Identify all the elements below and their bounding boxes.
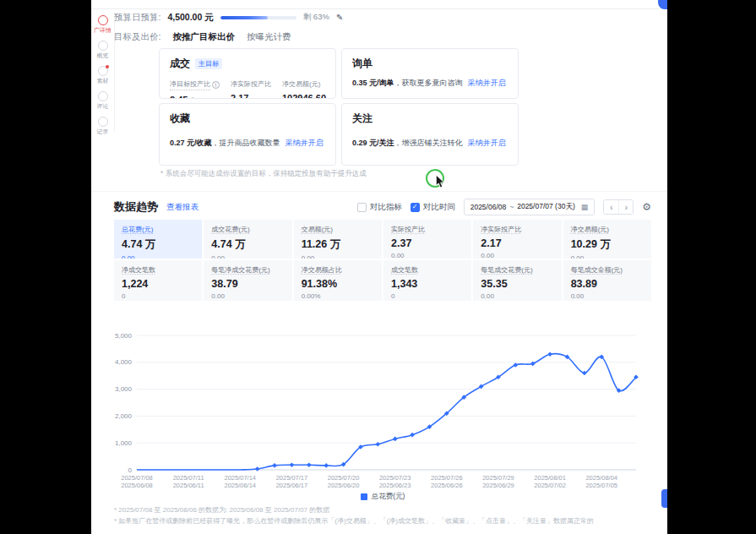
anchor-nav-item[interactable]: 记录 [96,117,109,136]
metric-title: 净成交笔数 [122,265,194,275]
anchor-nav-item[interactable]: 评论 [96,91,109,111]
anchor-nav-label: 素材 [97,77,109,84]
svg-text:2025/07/14: 2025/07/14 [225,474,257,482]
trend-metric-card[interactable]: 成交花费(元)4.74 万0.00 [204,220,291,259]
compare-time-label: 对比时间 [423,202,455,213]
svg-text:2025/08/01: 2025/08/01 [534,474,566,482]
info-icon: i [212,81,220,89]
trend-metric-card[interactable]: 每笔成交金额(元)83.890.00 [563,260,651,301]
metric-value: 1,224 [122,278,194,290]
primary-goal-badge: 主目标 [195,58,222,69]
goal-card-deal[interactable]: 成交 主目标 净目标投产比i 2.45✎ 净实际投产比 2.17 净交易额(元)… [159,48,336,99]
metric-net-gmv: 净交易额(元) 102946.60 [282,79,326,99]
prev-period-button[interactable]: ‹ [604,200,618,214]
anchor-nav-item[interactable]: 广详情 [93,15,112,35]
trend-metric-card[interactable]: 每笔成交花费(元)35.350.00 [473,260,561,301]
adopt-enable-link[interactable]: 采纳并开启 [286,139,324,147]
trend-metric-card[interactable]: 交易额(元)11.26 万0.00 [294,220,382,259]
svg-text:2025/07/08: 2025/07/08 [121,474,153,482]
view-report-link[interactable]: 查看报表 [166,202,199,213]
metric-value: 83.89 [571,278,644,290]
goal-card-favorite[interactable]: 收藏0.27 元/收藏，提升商品收藏数量采纳并开启 [159,103,336,166]
trend-metric-card[interactable]: 净成交笔数1,2240 [114,260,202,301]
trend-metric-card[interactable]: 每笔净成交花费(元)38.790.00 [204,260,291,301]
svg-text:2025/07/23: 2025/07/23 [379,474,411,482]
metric-compare-value: 0 [122,292,194,300]
compare-metric-checkbox[interactable]: 对比指标 [357,202,402,213]
trend-controls: 对比指标 ✓ 对比时间 2025/06/08 ~ 2025/07/07 (30天… [357,199,651,215]
adopt-enable-link[interactable]: 采纳并开启 [468,79,506,87]
svg-text:2025/06/08: 2025/06/08 [121,482,153,489]
metric-compare-value: 0 [391,292,464,300]
tab-bid-by-impression[interactable]: 按曝光计费 [247,31,291,43]
date-start: 2025/06/08 [470,203,507,211]
metric-value: 91.38% [302,278,374,290]
next-period-button[interactable]: › [618,200,633,214]
trend-line-chart: 01,0002,0003,0004,0005,0002025/07/082025… [106,324,647,489]
budget-value: 4,500.00 元 [167,12,213,24]
metric-title: 总花费(元) [122,225,194,234]
goal-note: * 系统会尽可能达成你设置的目标，保持稳定投放有助于提升达成 [160,169,367,179]
svg-text:2025/07/29: 2025/07/29 [482,474,514,482]
metric-compare-value: 0.00 [122,254,194,259]
anchor-nav-icon [98,41,108,51]
svg-text:4,000: 4,000 [115,358,133,366]
trend-metric-card[interactable]: 净实际投产比2.170.00 [473,220,561,259]
metric-value: 11.26 万 [302,237,374,252]
date-separator: ~ [509,203,514,211]
adopt-enable-link[interactable]: 采纳并开启 [468,139,506,147]
budget-row: 预算日预算: 4,500.00 元 剩 63% ✎ [114,11,343,24]
metric-value: 2.37 [391,237,464,249]
anchor-nav-item[interactable]: 素材 [96,66,109,85]
tab-bid-by-goal[interactable]: 按推广目标出价 [172,31,235,43]
edit-icon[interactable]: ✎ [336,13,343,22]
settings-gear-icon[interactable]: ⚙ [642,201,651,213]
floating-panel-handle[interactable] [661,489,667,508]
date-end: 2025/07/07 (30天) [517,202,575,212]
svg-text:2025/06/14: 2025/06/14 [225,482,257,489]
trend-metric-card[interactable]: 净交易额占比91.38%0.00% [294,260,382,301]
trend-metric-card[interactable]: 实际投产比2.370.00 [383,220,471,259]
metric-net-actual-roi: 净实际投产比 2.17 [231,79,271,99]
date-range-picker[interactable]: 2025/06/08 ~ 2025/07/07 (30天) ▦ [464,199,596,215]
legend-label: 总花费(元) [372,492,405,502]
compare-time-checkbox[interactable]: ✓ 对比时间 [411,202,455,213]
svg-text:3,000: 3,000 [115,385,133,393]
anchor-nav-label: 概览 [97,52,109,59]
edit-icon[interactable]: ✎ [190,96,197,99]
metric-value: 38.79 [211,278,284,290]
budget-progress-bar [220,16,296,19]
svg-text:2025/07/17: 2025/07/17 [276,474,308,482]
svg-text:2025/07/11: 2025/07/11 [173,474,204,482]
svg-text:2025/07/02: 2025/07/02 [534,482,566,489]
anchor-nav-label: 广详情 [94,26,111,34]
svg-text:1,000: 1,000 [115,439,133,447]
click-indicator-ring [426,169,444,188]
metric-compare-value: 0.00% [302,292,374,300]
anchor-nav-item[interactable]: 概览 [96,41,109,60]
trend-metric-card[interactable]: 总花费(元)4.74 万0.00 [114,220,202,259]
metric-title: 每笔成交金额(元) [571,265,644,275]
budget-remaining: 剩 63% [303,12,329,23]
goal-card-desc: 0.29 元/关注，增强店铺关注转化采纳并开启 [352,138,508,149]
goal-card-follow[interactable]: 关注0.29 元/关注，增强店铺关注转化采纳并开启 [341,103,519,166]
trend-metric-card[interactable]: 成交笔数1,3430 [383,260,471,301]
trend-metric-card[interactable]: 净交易额(元)10.29 万0.00 [563,220,651,259]
metric-value: 1,343 [391,278,464,290]
metric-compare-value: 0.00 [211,254,284,259]
goal-card-inquiry[interactable]: 询单0.35 元/询单，获取更多意向咨询采纳并开启 [341,48,519,99]
goal-card-metrics: 净目标投产比i 2.45✎ 净实际投产比 2.17 净交易额(元) 102946… [170,79,325,99]
metric-compare-value: 0.00 [571,254,644,259]
metric-title: 净交易额占比 [302,265,374,275]
svg-text:2025/07/20: 2025/07/20 [328,474,360,482]
metric-value: 10.29 万 [571,237,644,252]
svg-text:2025/07/26: 2025/07/26 [431,474,463,482]
trend-metric-grid: 总花费(元)4.74 万0.00成交花费(元)4.74 万0.00交易额(元)1… [114,220,651,301]
svg-text:5,000: 5,000 [115,332,133,340]
goal-card-title: 关注 [352,112,508,126]
svg-text:2025/06/11: 2025/06/11 [173,482,204,489]
compare-metric-label: 对比指标 [370,202,402,213]
goal-card-title: 询单 [352,57,508,71]
metric-compare-value: 0.00 [481,252,553,259]
metric-title: 每笔净成交花费(元) [211,265,284,275]
